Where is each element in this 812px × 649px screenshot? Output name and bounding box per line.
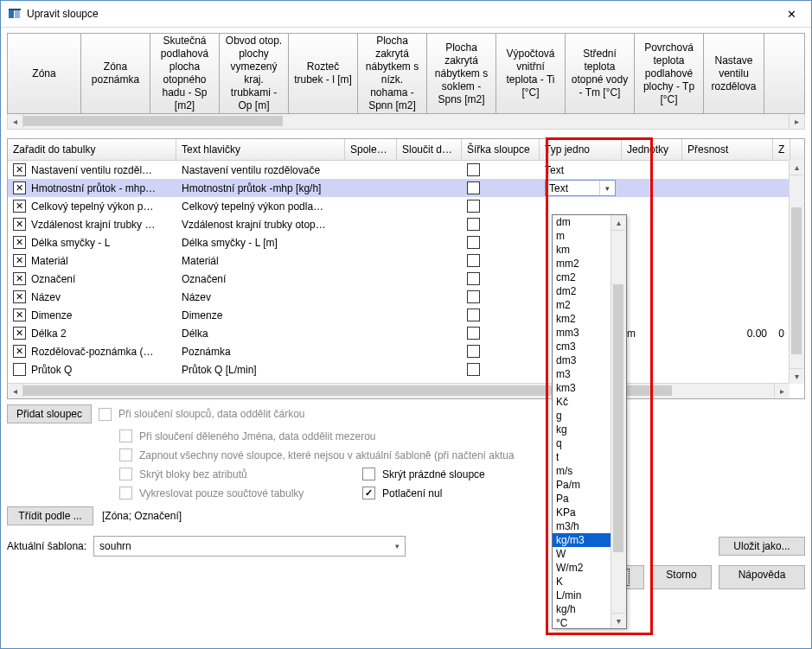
dropdown-item[interactable]: km2 bbox=[553, 312, 611, 326]
cell-type-unit[interactable]: Text▾ bbox=[540, 180, 622, 196]
checkbox-suppress-zero[interactable] bbox=[362, 487, 375, 499]
cell-include[interactable]: Rozdělovač-poznámka (… bbox=[8, 345, 176, 358]
cell-include[interactable]: Celkový tepelný výkon p… bbox=[8, 200, 176, 213]
dropdown-item[interactable]: m bbox=[553, 229, 611, 243]
table-horizontal-scrollbar[interactable]: ◂ ▸ bbox=[8, 383, 790, 398]
dropdown-item[interactable]: q bbox=[553, 436, 611, 450]
cell-include[interactable]: Hmotnostní průtok - mhp… bbox=[8, 181, 176, 194]
table-row[interactable]: Délka 2Délkam0.000 bbox=[8, 324, 804, 342]
cell-include[interactable]: Délka smyčky - L bbox=[8, 236, 176, 249]
cell-header-text[interactable]: Materiál bbox=[176, 255, 345, 267]
cell-include[interactable]: Označení bbox=[8, 272, 176, 285]
cell-include[interactable]: Délka 2 bbox=[8, 327, 176, 340]
dropdown-item[interactable]: kg/m3 bbox=[553, 533, 611, 547]
columns-table-header[interactable]: Zařadit do tabulkyText hlavičkySpole…Slo… bbox=[8, 139, 804, 161]
scroll-thumb[interactable] bbox=[791, 207, 802, 354]
dropdown-item[interactable]: W/m2 bbox=[553, 561, 611, 575]
add-column-button[interactable]: Přidat sloupec bbox=[7, 404, 92, 423]
cell-header-text[interactable]: Dimenze bbox=[176, 309, 345, 321]
top-header-cell[interactable]: Nastave ventilu rozdělova bbox=[704, 34, 764, 113]
dropdown-item[interactable]: mm2 bbox=[553, 257, 611, 270]
top-header-cell[interactable]: Zóna bbox=[8, 34, 81, 113]
cell-type-unit[interactable]: Text bbox=[540, 164, 622, 176]
cell-include[interactable]: Průtok Q bbox=[8, 363, 176, 376]
column-header-cell[interactable]: Jednotky bbox=[622, 139, 682, 160]
dropdown-item[interactable]: L/min bbox=[553, 589, 611, 602]
checkbox-width[interactable] bbox=[467, 181, 480, 194]
dropdown-item[interactable]: m/s bbox=[553, 464, 611, 478]
dropdown-item[interactable]: mm3 bbox=[553, 326, 611, 340]
cell-z[interactable]: 0 bbox=[773, 328, 790, 340]
cell-width[interactable] bbox=[462, 163, 540, 176]
dropdown-item[interactable]: dm bbox=[553, 215, 611, 229]
dropdown-item[interactable]: g bbox=[553, 409, 611, 423]
cell-header-text[interactable]: Délka bbox=[176, 328, 345, 340]
column-header-cell[interactable]: Zařadit do tabulky bbox=[8, 139, 176, 160]
cell-header-text[interactable]: Celkový tepelný výkon podla… bbox=[176, 200, 345, 213]
top-header-cell[interactable]: Obvod otop. plochy vymezený kraj. trubka… bbox=[220, 34, 289, 113]
cell-header-text[interactable]: Označení bbox=[176, 273, 345, 285]
cell-width[interactable] bbox=[462, 290, 540, 303]
cell-header-text[interactable]: Název bbox=[176, 291, 345, 303]
dropdown-item[interactable]: dm2 bbox=[553, 284, 611, 298]
scroll-left-icon[interactable]: ◂ bbox=[8, 384, 23, 398]
cell-width[interactable] bbox=[462, 272, 540, 285]
top-header-cell[interactable]: Plocha zakrytá nábytkem s nízk. nohama -… bbox=[358, 34, 427, 113]
table-row[interactable]: DimenzeDimenze bbox=[8, 306, 804, 324]
top-header-cell[interactable]: Plocha zakrytá nábytkem s soklem - Spns … bbox=[427, 34, 496, 113]
cell-header-text[interactable]: Průtok Q [L/min] bbox=[176, 364, 345, 376]
scroll-up-icon[interactable]: ▴ bbox=[611, 215, 625, 231]
dropdown-item[interactable]: t bbox=[553, 450, 611, 464]
type-unit-combo[interactable]: Text▾ bbox=[545, 180, 616, 196]
table-row[interactable]: Vzdálenost krajní trubky …Vzdálenost kra… bbox=[8, 215, 804, 233]
table-row[interactable]: OznačeníOznačení bbox=[8, 270, 804, 288]
checkbox-include[interactable] bbox=[13, 163, 26, 176]
dropdown-item[interactable]: m2 bbox=[553, 298, 611, 312]
checkbox-include[interactable] bbox=[13, 272, 26, 285]
checkbox-include[interactable] bbox=[13, 254, 26, 267]
dropdown-item[interactable]: °C bbox=[553, 616, 611, 630]
cell-width[interactable] bbox=[462, 345, 540, 358]
scroll-down-icon[interactable]: ▾ bbox=[790, 368, 803, 384]
table-row[interactable]: Celkový tepelný výkon p…Celkový tepelný … bbox=[8, 197, 804, 215]
type-unit-dropdown[interactable]: dmmkmmm2cm2dm2m2km2mm3cm3dm3m3km3Kčgkgqt… bbox=[552, 214, 627, 629]
cell-include[interactable]: Materiál bbox=[8, 254, 176, 267]
cell-header-text[interactable]: Délka smyčky - L [m] bbox=[176, 237, 345, 249]
column-header-cell[interactable]: Z bbox=[773, 139, 790, 160]
checkbox-width[interactable] bbox=[467, 290, 480, 303]
checkbox-width[interactable] bbox=[467, 218, 480, 231]
scroll-thumb[interactable] bbox=[23, 116, 283, 126]
scroll-left-icon[interactable]: ◂ bbox=[8, 114, 23, 128]
checkbox-width[interactable] bbox=[467, 309, 480, 321]
cell-width[interactable] bbox=[462, 218, 540, 231]
dropdown-item[interactable]: kg/h bbox=[553, 602, 611, 616]
top-header-cell[interactable]: Skutečná podlahová plocha otopného hadu … bbox=[150, 34, 220, 113]
checkbox-include[interactable] bbox=[13, 218, 26, 231]
cell-include[interactable]: Vzdálenost krajní trubky … bbox=[8, 218, 176, 231]
checkbox-width[interactable] bbox=[467, 163, 480, 176]
top-header-cell[interactable]: Zóna poznámka bbox=[81, 34, 150, 113]
column-header-cell[interactable]: Sloučit d… bbox=[397, 139, 462, 160]
checkbox-width[interactable] bbox=[467, 200, 480, 213]
checkbox-include[interactable] bbox=[13, 363, 26, 376]
scroll-right-icon[interactable]: ▸ bbox=[774, 384, 790, 398]
checkbox-include[interactable] bbox=[13, 327, 26, 340]
column-header-cell[interactable]: Šířka sloupce bbox=[462, 139, 540, 160]
sort-by-button[interactable]: Třídit podle ... bbox=[7, 506, 93, 525]
checkbox-include[interactable] bbox=[13, 345, 26, 358]
column-header-cell[interactable]: Spole… bbox=[345, 139, 397, 160]
help-button[interactable]: Nápověda bbox=[719, 565, 805, 589]
dropdown-item[interactable]: cm3 bbox=[553, 340, 611, 353]
dropdown-item[interactable]: cm2 bbox=[553, 270, 611, 284]
top-header-cell[interactable]: Rozteč trubek - l [m] bbox=[289, 34, 358, 113]
cancel-button[interactable]: Storno bbox=[651, 565, 712, 589]
close-button[interactable]: ✕ bbox=[772, 1, 811, 27]
checkbox-include[interactable] bbox=[13, 236, 26, 249]
scroll-right-icon[interactable]: ▸ bbox=[789, 114, 804, 128]
checkbox-width[interactable] bbox=[467, 272, 480, 285]
checkbox-include[interactable] bbox=[13, 309, 26, 321]
dropdown-item[interactable]: W bbox=[553, 547, 611, 561]
cell-precision[interactable]: 0.00 bbox=[682, 328, 773, 340]
cell-width[interactable] bbox=[462, 327, 540, 340]
checkbox-include[interactable] bbox=[13, 200, 26, 213]
